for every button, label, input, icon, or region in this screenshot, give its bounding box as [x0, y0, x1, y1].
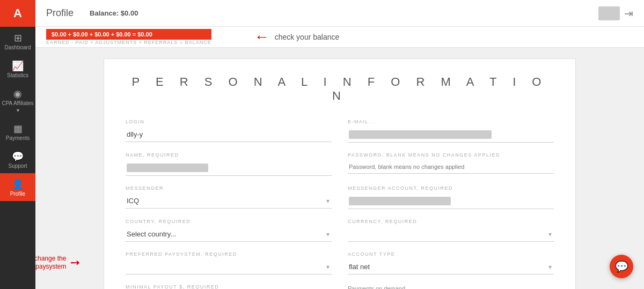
- balance-value: $0.00: [121, 9, 138, 17]
- sidebar-label-dashboard: Dashboard: [5, 45, 31, 50]
- paysystem-hint-text: change thepaysystem: [35, 255, 66, 271]
- arrow-right-icon: ➙: [70, 256, 80, 270]
- country-label: COUNTRY, REQUIRED: [126, 219, 332, 224]
- paysystem-hint: change thepaysystem ➙: [35, 255, 80, 271]
- form-group-account-type: ACCOUNT TYPE flat net: [348, 251, 554, 275]
- balance-label: Balance:: [90, 9, 119, 17]
- name-blurred: [127, 164, 208, 172]
- email-blurred: [349, 130, 492, 139]
- header-actions: ⇥: [598, 6, 633, 20]
- sidebar-item-support[interactable]: 💬 Support: [0, 145, 35, 173]
- form-row-login-email: LOGIN E-MAIL...: [126, 119, 554, 143]
- form-row-messenger: MESSENGER ICQ MESSENGER ACCOUNT, REQUIRE…: [126, 186, 554, 209]
- form-group-notes: Payments on demand Holds for no hold: [348, 284, 554, 289]
- section-title: P E R S O N A L I N F O R M A T I O N: [126, 75, 554, 103]
- min-payout-label: MINIMAL PAYOUT $, REQUIRED: [126, 284, 332, 289]
- paysystem-select[interactable]: [126, 260, 332, 275]
- form-group-paysystem: change thepaysystem ➙ PREFERRED PAYSYSTE…: [126, 251, 332, 275]
- form-group-name: NAME, REQUIRED: [126, 152, 332, 176]
- statistics-icon: 📈: [12, 61, 24, 71]
- profile-icon: 👤: [12, 180, 24, 189]
- form-group-currency: CURRENCY, REQUIRED: [348, 219, 554, 242]
- sidebar-item-cpa[interactable]: ◉ CPA Affiliates ▾: [0, 83, 35, 117]
- form-row-name-password: NAME, REQUIRED PASSWORD, BLANK MEANS NO …: [126, 152, 554, 176]
- messenger-select[interactable]: ICQ: [126, 194, 332, 209]
- cpa-icon: ◉: [13, 89, 22, 99]
- sidebar-logo: A: [0, 0, 35, 27]
- currency-select-wrapper: [348, 227, 554, 242]
- paysystem-select-wrapper: [126, 260, 332, 275]
- page-content: P E R S O N A L I N F O R M A T I O N LO…: [35, 48, 644, 289]
- email-label: E-MAIL...: [348, 119, 554, 124]
- sidebar-label-profile: Profile: [10, 191, 25, 197]
- form-group-email: E-MAIL...: [348, 119, 554, 143]
- form-group-messenger-account: MESSENGER ACCOUNT, REQUIRED: [348, 186, 554, 209]
- chevron-down-icon: ▾: [17, 107, 19, 113]
- account-type-label: ACCOUNT TYPE: [348, 251, 554, 257]
- form-row-minpayout: MINIMAL PAYOUT $, REQUIRED Payments on d…: [126, 284, 554, 289]
- balance-hint-text: check your balance: [275, 33, 340, 41]
- balance-hint-area: ← check your balance: [254, 29, 340, 45]
- page-title: Profile: [46, 8, 74, 19]
- header: Profile Balance: $0.00 ⇥: [35, 0, 644, 27]
- balance-display: Balance: $0.00: [90, 9, 138, 17]
- name-label: NAME, REQUIRED: [126, 152, 332, 158]
- account-type-select[interactable]: flat net: [348, 260, 554, 275]
- chat-icon: 💬: [615, 260, 628, 273]
- balance-bar: $0.00 + $0.00 + $0.00 + $0.00 = $0.00 EA…: [35, 27, 644, 48]
- paysystem-label: PREFERRED PAYSYSTEM, REQUIRED: [126, 251, 332, 257]
- profile-form-card: P E R S O N A L I N F O R M A T I O N LO…: [104, 58, 576, 289]
- form-group-password: PASSWORD, BLANK MEANS NO CHANGES APPLIED: [348, 152, 554, 176]
- sidebar: A ⊞ Dashboard 📈 Statistics ◉ CPA Affilia…: [0, 0, 35, 289]
- chat-bubble[interactable]: 💬: [610, 255, 633, 278]
- sidebar-item-profile[interactable]: 👤 Profile: [0, 173, 35, 201]
- payments-note: Payments on demand Holds for no hold: [348, 284, 554, 289]
- form-group-minpayout: MINIMAL PAYOUT $, REQUIRED: [126, 284, 332, 289]
- form-row-paysystem-account: change thepaysystem ➙ PREFERRED PAYSYSTE…: [126, 251, 554, 275]
- sidebar-label-support: Support: [8, 163, 27, 169]
- messenger-label: MESSENGER: [126, 186, 332, 191]
- messenger-account-blurred: [349, 197, 451, 205]
- sidebar-item-payments[interactable]: ▦ Payments: [0, 117, 35, 145]
- currency-select[interactable]: [348, 227, 554, 242]
- balance-formula: $0.00 + $0.00 + $0.00 + $0.00 = $0.00: [46, 29, 211, 40]
- main-area: Profile Balance: $0.00 ⇥ $0.00 + $0.00 +…: [35, 0, 644, 289]
- form-group-messenger: MESSENGER ICQ: [126, 186, 332, 209]
- messenger-account-label: MESSENGER ACCOUNT, REQUIRED: [348, 186, 554, 191]
- sidebar-label-payments: Payments: [6, 135, 30, 141]
- account-type-select-wrapper: flat net: [348, 260, 554, 275]
- form-group-login: LOGIN: [126, 119, 332, 143]
- login-label: LOGIN: [126, 119, 332, 124]
- password-label: PASSWORD, BLANK MEANS NO CHANGES APPLIED: [348, 152, 554, 158]
- form-row-country-currency: COUNTRY, REQUIRED Select country... CURR…: [126, 219, 554, 242]
- sidebar-label-statistics: Statistics: [7, 72, 28, 78]
- payments-icon: ▦: [13, 124, 23, 134]
- form-group-country: COUNTRY, REQUIRED Select country...: [126, 219, 332, 242]
- messenger-select-wrapper: ICQ: [126, 194, 332, 209]
- sidebar-item-statistics[interactable]: 📈 Statistics: [0, 55, 35, 83]
- currency-label: CURRENCY, REQUIRED: [348, 219, 554, 224]
- logout-icon[interactable]: ⇥: [624, 7, 633, 20]
- payments-note-line1: Payments on demand: [348, 284, 554, 289]
- header-action-button[interactable]: [598, 6, 620, 20]
- balance-formula-area: $0.00 + $0.00 + $0.00 + $0.00 = $0.00 EA…: [46, 29, 211, 45]
- country-select[interactable]: Select country...: [126, 227, 332, 242]
- arrow-left-icon: ←: [254, 29, 269, 45]
- dashboard-icon: ⊞: [14, 33, 22, 43]
- support-icon: 💬: [12, 152, 24, 161]
- sidebar-item-dashboard[interactable]: ⊞ Dashboard: [0, 27, 35, 55]
- login-input[interactable]: [126, 127, 332, 142]
- country-select-wrapper: Select country...: [126, 227, 332, 242]
- password-input[interactable]: [348, 160, 554, 174]
- sidebar-label-cpa: CPA Affiliates: [2, 100, 33, 106]
- balance-labels: EARNED - PAID + ADJUSTMENTS + REFERRALS …: [46, 40, 211, 45]
